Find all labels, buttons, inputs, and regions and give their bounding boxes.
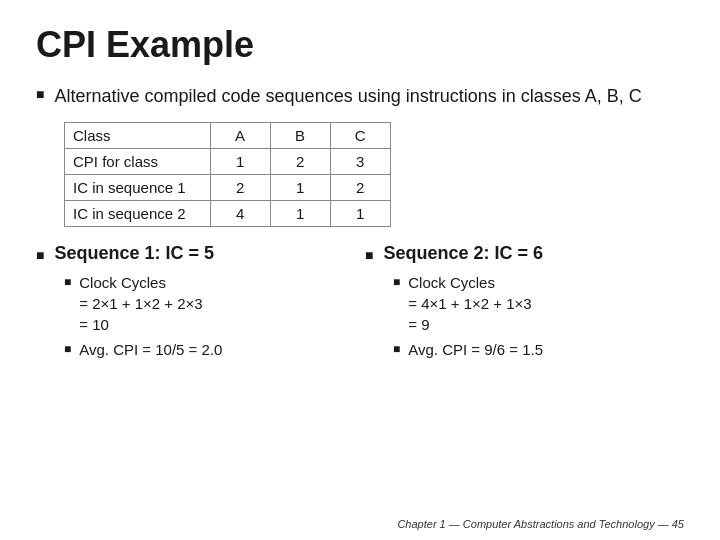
sequences-section: ■ Sequence 1: IC = 5 ■Clock Cycles = 2×1… [36,243,684,364]
col-c: C [330,123,390,149]
table-cell: 1 [270,201,330,227]
col-a: A [210,123,270,149]
seq2-label: ■ Sequence 2: IC = 6 [365,243,684,264]
table-cell: 1 [330,201,390,227]
table-cell: 2 [210,175,270,201]
sub-bullet-icon: ■ [393,342,400,356]
bullet-icon: ■ [36,86,44,102]
seq1-col: ■ Sequence 1: IC = 5 ■Clock Cycles = 2×1… [36,243,355,364]
table-cell: 4 [210,201,270,227]
table-cell: 1 [270,175,330,201]
table-header-row: Class A B C [65,123,391,149]
table-row: CPI for class123 [65,149,391,175]
sub-bullet-icon: ■ [64,275,71,289]
table-cell: 1 [210,149,270,175]
table-cell: IC in sequence 2 [65,201,211,227]
sub-bullet-icon: ■ [393,275,400,289]
table-cell: IC in sequence 1 [65,175,211,201]
footer: Chapter 1 — Computer Abstractions and Te… [397,518,684,530]
col-class: Class [65,123,211,149]
intro-text: Alternative compiled code sequences usin… [54,84,641,108]
table-cell: 3 [330,149,390,175]
cpi-table: Class A B C CPI for class123IC in sequen… [64,122,391,227]
col-b: B [270,123,330,149]
seq2-bullet-icon: ■ [365,247,373,263]
list-item: ■Clock Cycles = 2×1 + 1×2 + 2×3 = 10 [64,272,355,335]
table-cell: 2 [330,175,390,201]
seq1-subitems: ■Clock Cycles = 2×1 + 1×2 + 2×3 = 10■Avg… [64,272,355,360]
sub-item-text: Avg. CPI = 10/5 = 2.0 [79,339,222,360]
seq2-subitems: ■Clock Cycles = 4×1 + 1×2 + 1×3 = 9■Avg.… [393,272,684,360]
sub-bullet-icon: ■ [64,342,71,356]
seq2-col: ■ Sequence 2: IC = 6 ■Clock Cycles = 4×1… [365,243,684,364]
sub-item-text: Clock Cycles = 4×1 + 1×2 + 1×3 = 9 [408,272,531,335]
sub-item-text: Avg. CPI = 9/6 = 1.5 [408,339,543,360]
table-cell: 2 [270,149,330,175]
seq1-label: ■ Sequence 1: IC = 5 [36,243,355,264]
intro-section: ■ Alternative compiled code sequences us… [36,84,684,108]
list-item: ■Avg. CPI = 9/6 = 1.5 [393,339,684,360]
seq1-bullet-icon: ■ [36,247,44,263]
seq2-title: Sequence 2: IC = 6 [383,243,543,264]
list-item: ■Avg. CPI = 10/5 = 2.0 [64,339,355,360]
table-row: IC in sequence 1212 [65,175,391,201]
table-row: IC in sequence 2411 [65,201,391,227]
sub-item-text: Clock Cycles = 2×1 + 1×2 + 2×3 = 10 [79,272,202,335]
cpi-table-container: Class A B C CPI for class123IC in sequen… [64,122,684,227]
list-item: ■Clock Cycles = 4×1 + 1×2 + 1×3 = 9 [393,272,684,335]
table-cell: CPI for class [65,149,211,175]
page-title: CPI Example [36,24,684,66]
seq1-title: Sequence 1: IC = 5 [54,243,214,264]
